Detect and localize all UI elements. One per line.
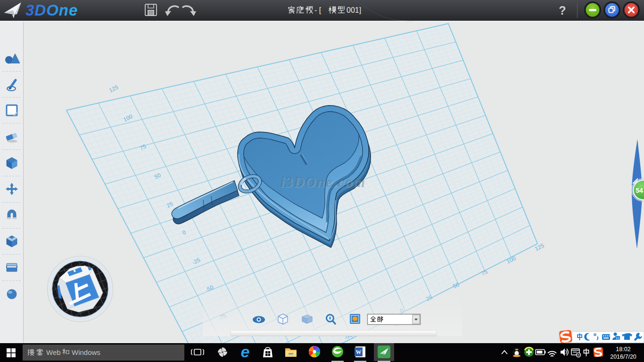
svg-text:2016/7/20: 2016/7/20 (610, 354, 636, 360)
svg-text:e: e (241, 343, 250, 361)
svg-text:18:02: 18:02 (616, 346, 630, 353)
svg-text:W: W (356, 349, 362, 355)
svg-text:Web: Web (46, 348, 61, 356)
svg-text:Windows: Windows (72, 348, 100, 356)
